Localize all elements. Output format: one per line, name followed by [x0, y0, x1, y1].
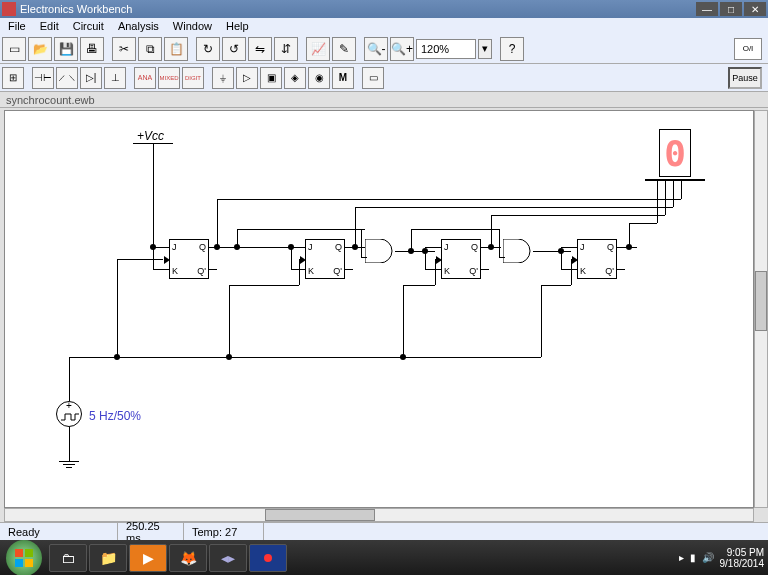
zoom-level[interactable]: 120%	[416, 39, 476, 59]
wire	[153, 269, 169, 270]
jk-flipflop-4[interactable]: J K Q Q'	[577, 239, 617, 279]
menu-edit[interactable]: Edit	[34, 20, 65, 32]
taskbar-mediaplayer-icon[interactable]: ▶	[129, 544, 167, 572]
file-tab[interactable]: synchrocount.ewb	[0, 92, 768, 108]
paste-icon[interactable]: 📋	[164, 37, 188, 61]
vertical-scrollbar[interactable]	[754, 110, 768, 508]
and-gate-1[interactable]	[365, 239, 395, 263]
minimize-button[interactable]: —	[696, 2, 718, 16]
help-icon[interactable]: ?	[500, 37, 524, 61]
clock-source[interactable]: +	[56, 401, 82, 427]
and-gate-2[interactable]	[503, 239, 533, 263]
wire	[345, 269, 353, 270]
statusbar: Ready 250.25 ms Temp: 27	[0, 522, 768, 540]
node	[226, 354, 232, 360]
clock-input-icon	[300, 256, 306, 264]
menu-analysis[interactable]: Analysis	[112, 20, 165, 32]
ic-icon[interactable]: ▣	[260, 67, 282, 89]
wire	[617, 269, 625, 270]
wire	[541, 285, 542, 357]
taskbar-explorer-icon[interactable]: 🗀	[49, 544, 87, 572]
vcc-label: +Vcc	[137, 129, 164, 143]
digit-icon[interactable]: DIGIT	[182, 67, 204, 89]
flip-v-icon[interactable]: ⇵	[274, 37, 298, 61]
wire	[657, 181, 658, 223]
wire	[645, 179, 705, 181]
wire	[69, 357, 541, 358]
print-icon[interactable]: 🖶	[80, 37, 104, 61]
pause-button[interactable]: Pause	[728, 67, 762, 89]
status-time: 250.25 ms	[118, 523, 184, 540]
menubar: File Edit Circuit Analysis Window Help	[0, 18, 768, 34]
graph-icon[interactable]: 📈	[306, 37, 330, 61]
ana-icon[interactable]: ANA	[134, 67, 156, 89]
gate-icon[interactable]: ▷	[236, 67, 258, 89]
horizontal-scrollbar[interactable]	[4, 508, 754, 522]
seven-segment-display[interactable]: 0	[659, 129, 691, 177]
wire	[561, 251, 562, 269]
rotate-ccw-icon[interactable]: ↺	[222, 37, 246, 61]
scrollbar-thumb[interactable]	[755, 271, 767, 331]
new-icon[interactable]: ▭	[2, 37, 26, 61]
node	[234, 244, 240, 250]
ground-icon[interactable]: ⏚	[212, 67, 234, 89]
rotate-cw-icon[interactable]: ↻	[196, 37, 220, 61]
menu-file[interactable]: File	[2, 20, 32, 32]
wire	[629, 223, 657, 224]
cut-icon[interactable]: ✂	[112, 37, 136, 61]
wire	[69, 427, 70, 461]
tray-network-icon[interactable]: ▮	[690, 552, 696, 563]
wire	[491, 215, 665, 216]
wire	[571, 259, 572, 285]
clock-source-label: 5 Hz/50%	[89, 409, 141, 423]
menu-window[interactable]: Window	[167, 20, 218, 32]
power-switch[interactable]: O/I	[734, 38, 762, 60]
mixed-icon[interactable]: MIXED	[158, 67, 180, 89]
zoom-out-icon[interactable]: 🔍-	[364, 37, 388, 61]
jk-flipflop-2[interactable]: J K Q Q'	[305, 239, 345, 279]
taskbar-folder-icon[interactable]: 📁	[89, 544, 127, 572]
start-button[interactable]	[6, 540, 42, 576]
taskbar-firefox-icon[interactable]: 🦊	[169, 544, 207, 572]
wire	[425, 247, 441, 248]
m-icon[interactable]: M	[332, 67, 354, 89]
indicator-icon[interactable]: ◉	[308, 67, 330, 89]
save-icon[interactable]: 💾	[54, 37, 78, 61]
menu-help[interactable]: Help	[220, 20, 255, 32]
wire	[481, 269, 489, 270]
wire	[153, 247, 154, 269]
close-button[interactable]: ✕	[744, 2, 766, 16]
maximize-button[interactable]: □	[720, 2, 742, 16]
copy-icon[interactable]: ⧉	[138, 37, 162, 61]
grid-icon[interactable]: ⊞	[2, 67, 24, 89]
wire	[229, 285, 299, 286]
wire	[411, 229, 499, 230]
status-ready: Ready	[0, 523, 118, 540]
transistor-icon[interactable]: ⊥	[104, 67, 126, 89]
app-icon	[2, 2, 16, 16]
misc-icon[interactable]: ◈	[284, 67, 306, 89]
zoom-in-icon[interactable]: 🔍+	[390, 37, 414, 61]
toolbar-components: ⊞ ⊣⊢ ⟋⟍ ▷| ⊥ ANA MIXED DIGIT ⏚ ▷ ▣ ◈ ◉ M…	[0, 64, 768, 92]
circuit-canvas[interactable]: +Vcc 0 J K Q Q'	[4, 110, 754, 508]
tray-clock[interactable]: 9:05 PM 9/18/2014	[720, 547, 765, 569]
scrollbar-thumb[interactable]	[265, 509, 375, 521]
probe-icon[interactable]: ✎	[332, 37, 356, 61]
capacitor-icon[interactable]: ⊣⊢	[32, 67, 54, 89]
zoom-dropdown-icon[interactable]: ▾	[478, 39, 492, 59]
meter-icon[interactable]: ▭	[362, 67, 384, 89]
wire	[209, 269, 217, 270]
tray-flag-icon[interactable]: ▸	[679, 552, 684, 563]
diode-icon[interactable]: ▷|	[80, 67, 102, 89]
open-icon[interactable]: 📂	[28, 37, 52, 61]
jk-flipflop-1[interactable]: J K Q Q'	[169, 239, 209, 279]
tray-volume-icon[interactable]: 🔊	[702, 552, 714, 563]
jk-flipflop-3[interactable]: J K Q Q'	[441, 239, 481, 279]
taskbar-vs-icon[interactable]: ◂▸	[209, 544, 247, 572]
taskbar-ewb-icon[interactable]	[249, 544, 287, 572]
menu-circuit[interactable]: Circuit	[67, 20, 110, 32]
svg-rect-0	[15, 549, 23, 557]
resistor-icon[interactable]: ⟋⟍	[56, 67, 78, 89]
flip-h-icon[interactable]: ⇋	[248, 37, 272, 61]
wire	[425, 251, 426, 269]
